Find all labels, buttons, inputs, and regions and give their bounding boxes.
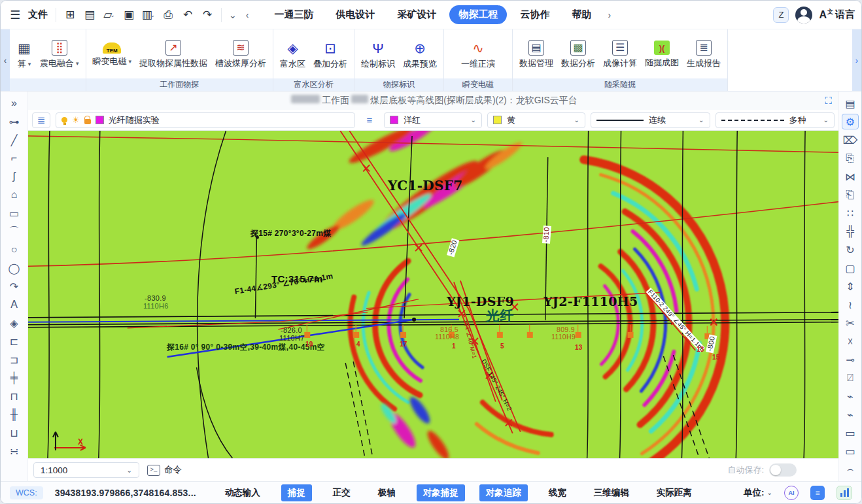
tab-供电设计[interactable]: 供电设计	[326, 5, 384, 24]
tab-一通三防[interactable]: 一通三防	[265, 5, 322, 24]
autosave-toggle[interactable]	[769, 463, 797, 477]
clip-icon[interactable]: ⍁	[842, 370, 859, 386]
layer-on-icon[interactable]	[61, 117, 67, 123]
ribbon-item-seismic-electric-fusion[interactable]: ⣿震电融合▾	[40, 40, 79, 69]
ribbon-item-extract-geophysical-attributes[interactable]: ↗提取物探属性数据	[139, 40, 207, 69]
ribbon-item-channel-wave-thickness[interactable]: ≋槽波煤厚分析	[215, 40, 266, 69]
wcs-badge[interactable]: WCS:	[10, 486, 43, 499]
breakline-alt-icon[interactable]: ⌁	[842, 407, 859, 422]
user-avatar[interactable]	[795, 7, 812, 24]
rect-nodes-icon[interactable]: ▭	[842, 443, 859, 459]
language-switcher[interactable]: A文 语言	[819, 8, 855, 21]
file-audit-icon[interactable]: ▤	[81, 7, 98, 24]
redo-icon[interactable]: ↷	[199, 7, 216, 24]
delete-icon[interactable]: ⌦	[842, 132, 859, 148]
arc-segment-icon[interactable]: ⌢	[842, 462, 859, 477]
select-box-icon[interactable]: ▢	[842, 260, 859, 276]
group-icon[interactable]: ∷	[842, 205, 859, 221]
rect-node-icon[interactable]: ▭	[842, 425, 859, 441]
status-toggle-极轴[interactable]: 极轴	[371, 484, 402, 501]
ribbon-item-result-preview[interactable]: ⊕成果预览	[403, 39, 437, 70]
tabs-scroll-left-icon[interactable]: ‹	[244, 10, 251, 20]
arc-tool-icon[interactable]: ⌒	[6, 224, 23, 239]
map-canvas[interactable]: YC1-DSF7探15# 270°3°0-27m煤TC:315.7m-830.9…	[28, 131, 838, 458]
break-icon[interactable]: ☓	[842, 333, 859, 349]
ribbon-item-transient-em[interactable]: TEM瞬变电磁▾	[93, 42, 132, 67]
ribbon-item-draw-marker[interactable]: Ψ绘制标识	[361, 39, 395, 70]
hatch-tool-icon[interactable]: ◈	[6, 315, 23, 331]
distribute-icon[interactable]: ∺	[6, 443, 23, 459]
ribbon-collapse-icon[interactable]: ⌄	[227, 10, 239, 20]
status-toggle-线宽[interactable]: 线宽	[542, 484, 573, 501]
status-toggle-动态输入[interactable]: 动态输入	[218, 484, 267, 501]
undo-icon[interactable]: ↶	[179, 7, 196, 24]
ribbon-item-overlay-analysis[interactable]: ⊡叠加分析	[313, 39, 347, 70]
ribbon-item-tunneling-mapping[interactable]: )(随掘成图	[645, 41, 679, 69]
status-toggle-正交[interactable]: 正交	[326, 484, 357, 501]
ribbon-item-data-analysis[interactable]: ▩数据分析	[561, 40, 595, 69]
tabs-scroll-right-icon[interactable]: ›	[606, 10, 613, 20]
align-middle-icon[interactable]: ╫	[6, 407, 23, 422]
ribbon-item-calc-tool[interactable]: ▦算▾	[16, 39, 32, 70]
circle-tool-icon[interactable]: ○	[6, 242, 23, 258]
workspace-badge[interactable]: Z	[773, 7, 789, 23]
ribbon-scroll-right-icon[interactable]: ›	[852, 29, 861, 91]
ribbon-item-data-management[interactable]: ▤数据管理	[519, 40, 553, 69]
polygon-tool-icon[interactable]: ⌂	[6, 187, 23, 203]
properties-panel-icon[interactable]: ▤	[842, 95, 859, 111]
ribbon-item-generate-report[interactable]: ≣生成报告	[687, 40, 721, 69]
scale-dropdown[interactable]: 1:1000 ⌄	[33, 462, 139, 478]
point-tool-icon[interactable]: ⊶	[6, 114, 23, 129]
current-layer-field[interactable]: ☀ 光纤随掘实验	[56, 112, 355, 128]
ribbon-item-one-d-forward-modeling[interactable]: ∿一维正演	[461, 39, 495, 70]
open-file-icon[interactable]: ▱⌄	[101, 7, 118, 24]
layer-stack-icon[interactable]: ≡	[360, 112, 379, 128]
new-file-icon[interactable]: ⊞	[61, 7, 78, 24]
status-toggle-捕捉[interactable]: 捕捉	[281, 484, 312, 501]
export-file-icon[interactable]: ▥⌄	[140, 7, 157, 24]
status-toggle-三维编辑[interactable]: 三维编辑	[587, 484, 636, 501]
fullscreen-icon[interactable]: ⛶	[825, 95, 832, 107]
tab-帮助[interactable]: 帮助	[562, 5, 600, 24]
text-tool-icon[interactable]: A	[6, 297, 23, 312]
align-center-h-icon[interactable]: ╪	[6, 370, 23, 386]
move-icon[interactable]: ╬	[842, 224, 859, 239]
hamburger-menu-icon[interactable]: ☰	[7, 8, 23, 22]
expand-panel-icon[interactable]: »	[6, 95, 23, 111]
tab-云协作[interactable]: 云协作	[511, 5, 559, 24]
polyline-tool-icon[interactable]: ⌐	[6, 150, 23, 166]
tab-物探工程[interactable]: 物探工程	[449, 5, 507, 24]
spring-icon[interactable]: ≀	[842, 297, 859, 312]
status-toggle-对象捕捉[interactable]: 对象捕捉	[417, 484, 465, 501]
spline-tool-icon[interactable]: ʃ	[6, 169, 23, 184]
rectangle-tool-icon[interactable]: ▭	[6, 205, 23, 221]
ai-assistant-icon[interactable]: AI	[784, 486, 799, 500]
curve-tool-icon[interactable]: ↷	[6, 278, 23, 294]
ellipse-tool-icon[interactable]: ◯	[6, 260, 23, 276]
save-icon[interactable]: ▣	[120, 7, 137, 24]
copy-icon[interactable]: ⎘	[842, 150, 859, 166]
align-bottom-icon[interactable]: ⊔	[6, 425, 23, 441]
trim-icon[interactable]: ✂	[842, 315, 859, 331]
layer-freeze-icon[interactable]: ☀	[72, 115, 80, 125]
units-dropdown[interactable]: 单位: ⌄	[744, 487, 772, 499]
align-top-icon[interactable]: ⊓	[6, 388, 23, 404]
line-tool-icon[interactable]: ╱	[6, 132, 23, 148]
ribbon-item-water-rich-zone[interactable]: ◈富水区	[280, 39, 305, 70]
ribbon-item-imaging-computation[interactable]: ☰成像计算	[603, 40, 637, 69]
panel-settings-icon[interactable]: ⚙	[842, 114, 859, 129]
status-toggle-对象追踪[interactable]: 对象追踪	[479, 484, 528, 501]
break-point-icon[interactable]: ⊸	[842, 352, 859, 367]
print-icon[interactable]: ⎙	[160, 7, 177, 24]
fill-color-dropdown[interactable]: 黄 ⌄	[487, 112, 585, 128]
file-menu[interactable]: 文件	[28, 8, 48, 21]
chart-panel-icon[interactable]	[836, 486, 852, 500]
align-right-icon[interactable]: ⊐	[6, 352, 23, 367]
linetype-dropdown[interactable]: 连续 ⌄	[591, 112, 710, 128]
mirror-icon[interactable]: ⋈	[842, 169, 859, 184]
layer-color-swatch[interactable]	[95, 116, 104, 124]
stamp-icon[interactable]: ⎗	[842, 187, 859, 203]
tab-采矿设计[interactable]: 采矿设计	[388, 5, 445, 24]
breakline-icon[interactable]: ⌁	[842, 388, 859, 404]
stretch-icon[interactable]: ⇕	[842, 278, 859, 294]
